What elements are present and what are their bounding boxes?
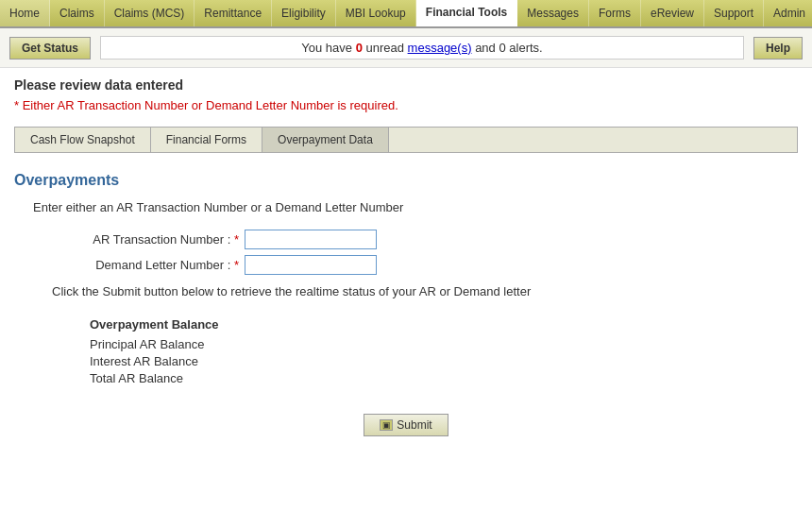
message-bar: You have 0 unread message(s) and 0 alert… (100, 36, 744, 60)
alert-count: 0 (499, 41, 505, 55)
tab-financial-forms[interactable]: Financial Forms (151, 128, 262, 152)
ar-transaction-label: AR Transaction Number : * (52, 232, 241, 247)
help-button[interactable]: Help (753, 37, 803, 60)
nav-ereview[interactable]: eReview (641, 0, 704, 26)
overpayments-form: AR Transaction Number : * Demand Letter … (52, 230, 798, 275)
total-balance-row: Total AR Balance (90, 371, 798, 385)
submit-label: Submit (397, 418, 431, 432)
page-review-title: Please review data entered (14, 77, 798, 93)
status-bar: Get Status You have 0 unread message(s) … (0, 28, 812, 68)
nav-financial-tools[interactable]: Financial Tools (416, 0, 517, 26)
nav-forms[interactable]: Forms (589, 0, 641, 26)
submit-note: Click the Submit button below to retriev… (52, 284, 798, 298)
demand-letter-required: * (234, 258, 239, 272)
tabs-container: Cash Flow Snapshot Financial Forms Overp… (14, 127, 798, 153)
demand-letter-input[interactable] (245, 255, 377, 275)
nav-remittance[interactable]: Remittance (195, 0, 272, 26)
nav-home[interactable]: Home (0, 0, 50, 26)
tab-cash-flow[interactable]: Cash Flow Snapshot (15, 128, 151, 152)
interest-balance-row: Interest AR Balance (90, 354, 798, 368)
nav-claims-mcs[interactable]: Claims (MCS) (105, 0, 195, 26)
demand-letter-row: Demand Letter Number : * (52, 255, 798, 275)
messages-link[interactable]: message(s) (408, 41, 472, 55)
ar-transaction-row: AR Transaction Number : * (52, 230, 798, 249)
balance-title: Overpayment Balance (90, 317, 798, 332)
error-message: * Either AR Transaction Number or Demand… (14, 98, 798, 112)
nav-eligibility[interactable]: Eligibility (272, 0, 336, 26)
nav-mbi-lookup[interactable]: MBI Lookup (336, 0, 416, 26)
submit-icon: ▣ (380, 419, 393, 431)
unread-count: 0 (356, 41, 363, 55)
nav-messages[interactable]: Messages (517, 0, 589, 26)
top-navigation: Home Claims Claims (MCS) Remittance Elig… (0, 0, 812, 28)
overpayments-description: Enter either an AR Transaction Number or… (33, 200, 798, 214)
page-content: Please review data entered * Either AR T… (0, 68, 812, 446)
submit-area: ▣ Submit (14, 414, 798, 436)
principal-balance-row: Principal AR Balance (90, 337, 798, 351)
nav-claims[interactable]: Claims (50, 0, 105, 26)
ar-transaction-required: * (234, 232, 239, 247)
balance-section: Overpayment Balance Principal AR Balance… (90, 317, 798, 385)
overpayments-title: Overpayments (14, 172, 798, 189)
get-status-button[interactable]: Get Status (9, 37, 91, 60)
demand-letter-label: Demand Letter Number : * (52, 258, 241, 272)
ar-transaction-input[interactable] (245, 230, 377, 249)
nav-admin[interactable]: Admin (764, 0, 812, 26)
tab-overpayment-data[interactable]: Overpayment Data (262, 128, 389, 152)
nav-support[interactable]: Support (704, 0, 764, 26)
overpayments-section: Overpayments Enter either an AR Transact… (14, 172, 798, 436)
submit-button[interactable]: ▣ Submit (364, 414, 448, 436)
